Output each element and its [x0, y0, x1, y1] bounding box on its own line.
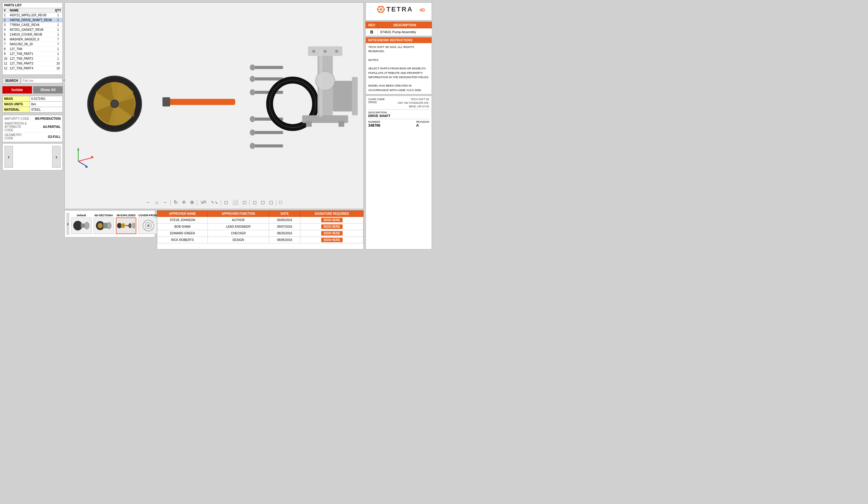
- sign-here-button[interactable]: SIGN HERE: [321, 238, 343, 242]
- toolbar-pan[interactable]: ✛: [180, 199, 187, 206]
- bottom-thumb-item[interactable]: Default: [71, 214, 92, 234]
- toolbar-markups[interactable]: ◻: [268, 199, 274, 206]
- toolbar-fit[interactable]: ⇲⇱: [199, 199, 208, 205]
- table-row[interactable]: 6 WASHER_NAS620_8 7: [3, 37, 62, 42]
- svg-point-20: [250, 89, 255, 95]
- code-label: ANNOTATION & ATTRIBUTE CODE: [4, 122, 30, 132]
- table-row[interactable]: 3 778594_CASE_REVA 1: [3, 23, 62, 28]
- toolbar-home[interactable]: ⌂: [154, 199, 159, 206]
- number-revision-section: NUMBER 348766 REVISION A: [368, 120, 429, 127]
- approval-col-header: APPROVER NAME: [157, 211, 208, 217]
- code-row: MATURITY CODE M3-PRODUCTION: [4, 116, 61, 121]
- parts-scroll-area[interactable]: # NAME QTY 1 450722_IMPELLER_REVB 1 2 34…: [3, 8, 62, 74]
- toolbar-fullscreen[interactable]: ↖↘: [210, 199, 219, 205]
- svg-point-22: [250, 116, 255, 122]
- toolbar-view3[interactable]: ◻: [241, 199, 248, 206]
- thumb-image: [116, 217, 136, 234]
- toolbar-measure[interactable]: ◻: [260, 199, 266, 206]
- toolbar-view1[interactable]: ◻: [223, 199, 229, 206]
- table-row[interactable]: 2 348766_DRIVE_SHAFT_REVA 1: [3, 18, 62, 23]
- row-num: 10: [3, 56, 9, 61]
- table-row[interactable]: 4 667201_GASKET_REVA 1: [3, 28, 62, 32]
- sign-here-button[interactable]: SIGN HERE: [321, 231, 343, 236]
- logo-area: TETRA 4D: [365, 2, 432, 21]
- bottom-thumb-item[interactable]: 6D-SECTIONA: [93, 214, 114, 234]
- toolbar-back[interactable]: ←: [145, 199, 152, 206]
- toolbar-expand[interactable]: □: [278, 199, 283, 206]
- toolbar-sep4: [249, 199, 250, 205]
- sign-here-button[interactable]: SIGN HERE: [321, 224, 343, 229]
- svg-point-16: [250, 64, 255, 70]
- svg-rect-39: [319, 50, 322, 117]
- table-row[interactable]: 10 127_TN9_PART2 1: [3, 56, 62, 61]
- approval-row: RICK ROBERTS DESIGN 08/05/2016 SIGN HERE: [157, 237, 363, 244]
- code-row: GEOMETRY CODE G3-FULL: [4, 133, 61, 141]
- row-qty: 1: [54, 28, 62, 32]
- row-qty: 1: [54, 56, 62, 61]
- showall-button[interactable]: Show All: [33, 86, 63, 93]
- svg-point-18: [250, 76, 255, 82]
- row-num: 12: [3, 66, 9, 71]
- table-row[interactable]: 5 134019_COVER_REVB 1: [3, 32, 62, 37]
- row-name: 450722_IMPELLER_REVB: [9, 13, 54, 18]
- search-input[interactable]: [21, 78, 62, 83]
- cage-code-label: CAGE CODE: [368, 98, 385, 101]
- revision-block: REVISION A: [416, 120, 429, 127]
- row-name: NAS1352_08_20: [9, 42, 54, 47]
- row-num: 1: [3, 13, 9, 18]
- row-name: 134019_COVER_REVB: [9, 32, 54, 37]
- table-row[interactable]: 7 NAS1352_08_20 7: [3, 42, 62, 47]
- approval-col-header: SIGNATURE REQUIRED: [300, 211, 363, 217]
- thumb-next-button[interactable]: ›: [52, 146, 61, 168]
- table-row[interactable]: 11 127_TN9_PART3 10: [3, 61, 62, 66]
- thumb-label: 08-EXPLODED: [117, 214, 136, 217]
- left-panel: PARTS LIST # NAME QTY 1 450722_IMPELLER_…: [2, 2, 63, 249]
- cage-section: CAGE CODE 3TKH2 TECH SOFT 3D 1567 SW CHA…: [368, 98, 429, 110]
- row-qty: 10: [54, 66, 62, 71]
- toolbar-section[interactable]: ◻: [251, 199, 258, 206]
- toolbar-forward[interactable]: →: [161, 199, 168, 206]
- toolbar-view2[interactable]: ⬜: [231, 199, 239, 206]
- 3d-viewport[interactable]: ← ⌂ → ↻ ✛ ⊕ ⇲⇱ ↖↘ ◻ ⬜ ◻ ◻ ◻ ◻ □: [64, 2, 364, 209]
- table-row[interactable]: 9 127_TN9_PART1 1: [3, 52, 62, 56]
- view-thumbnails: ‹ Default 6D-SECTIONA 08-EXPLODED COVER-…: [64, 210, 155, 237]
- thumbs-prev[interactable]: ‹: [67, 213, 69, 235]
- row-num: 5: [3, 32, 9, 37]
- thumb-prev-button[interactable]: ‹: [4, 146, 13, 168]
- prop-label: MATERIAL: [3, 107, 30, 113]
- approval-row: STEVE JOHNSON AUTHOR 09/05/2016 SIGN HER…: [157, 217, 363, 224]
- table-row[interactable]: 1 450722_IMPELLER_REVB 1: [3, 13, 62, 18]
- notes-header: NOTES/WORK INSTRUCTIONS: [366, 38, 432, 43]
- bottom-thumb-item[interactable]: COVER-FRONT: [138, 214, 159, 234]
- rev-table: REV DESCRIPTION B 874631 Pump Assembly: [365, 22, 432, 36]
- isolate-button[interactable]: Isolate: [2, 86, 32, 93]
- center-panel: ← ⌂ → ↻ ✛ ⊕ ⇲⇱ ↖↘ ◻ ⬜ ◻ ◻ ◻ ◻ □: [64, 2, 364, 249]
- svg-point-26: [250, 143, 255, 149]
- toolbar-sep2: [197, 199, 197, 205]
- svg-rect-38: [339, 121, 344, 127]
- sign-here-button[interactable]: SIGN HERE: [321, 218, 343, 222]
- table-row[interactable]: 8 127_TN9 1: [3, 47, 62, 52]
- desc-header: DESCRIPTION: [378, 22, 432, 28]
- rev-value: B: [366, 28, 378, 36]
- approval-date: 09/07/2016: [269, 224, 300, 230]
- note-line: TECH SOFT 3D 2016, ALL RIGHTS RESERVED.: [368, 45, 429, 54]
- note-line: MODEL HAS BEEN CREATED IN ACCORDANCE WIT…: [368, 84, 429, 92]
- prop-label: MASS UNITS: [3, 102, 30, 107]
- table-row[interactable]: 12 127_TN9_PART4 10: [3, 66, 62, 71]
- search-button[interactable]: SEARCH: [2, 78, 21, 84]
- approver-name: RICK ROBERTS: [157, 237, 208, 244]
- toolbar-zoom[interactable]: ⊕: [189, 199, 195, 206]
- bottom-thumb-item[interactable]: 08-EXPLODED: [115, 214, 137, 234]
- toolbar-rotate[interactable]: ↻: [173, 199, 179, 206]
- row-qty: 7: [54, 42, 62, 47]
- signature-cell: SIGN HERE: [300, 224, 363, 230]
- prop-value: lbm: [30, 102, 62, 107]
- svg-text:TETRA: TETRA: [386, 6, 413, 13]
- codes-section: MATURITY CODE M3-PRODUCTION ANNOTATION &…: [2, 115, 63, 142]
- svg-point-51: [121, 223, 125, 228]
- approver-function: LEAD ENGINEER: [207, 224, 269, 230]
- approver-function: AUTHOR: [207, 217, 269, 224]
- note-line: [368, 79, 429, 84]
- signature-cell: SIGN HERE: [300, 217, 363, 224]
